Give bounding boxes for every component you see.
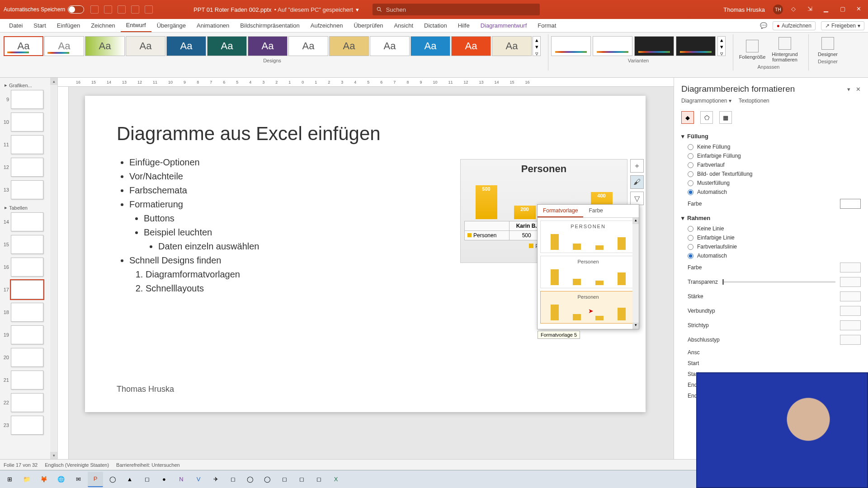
theme-thumb-1[interactable]: Aa [4, 36, 43, 56]
window-minimize-icon[interactable]: ▁ [824, 5, 832, 14]
slide-size-button[interactable]: Foliengröße [736, 34, 769, 62]
slide-thumb-18[interactable] [11, 303, 43, 322]
popup-scrollbar[interactable]: ▴ ▾ [632, 218, 639, 329]
tab-record[interactable]: Aufzeichnen [305, 19, 349, 32]
chart-styles-button[interactable]: 🖌 [630, 175, 644, 189]
variant-gallery-more[interactable]: ▴▾▿ [717, 36, 726, 56]
scroll-up-icon[interactable]: ▴ [632, 218, 639, 224]
language-indicator[interactable]: Englisch (Vereinigte Staaten) [45, 462, 109, 468]
powerpoint-icon[interactable]: P [88, 472, 103, 487]
slide-thumb-23[interactable] [11, 416, 43, 435]
pane-close-icon[interactable]: ✕ [856, 86, 861, 93]
slide-thumb-21[interactable] [11, 371, 43, 389]
theme-thumb-7[interactable]: Aa [248, 36, 288, 56]
fill-color-picker[interactable] [840, 199, 861, 209]
slide-thumb-19[interactable] [11, 325, 43, 344]
app-icon[interactable]: ◻ [277, 472, 292, 487]
format-background-button[interactable]: Hintergrund formatieren [769, 34, 801, 62]
user-avatar[interactable]: TH [773, 5, 783, 14]
pane-dropdown-icon[interactable]: ▾ [847, 86, 850, 93]
theme-thumb-2[interactable]: Aa [44, 36, 84, 56]
tab-slideshow[interactable]: Bildschirmpräsentation [235, 19, 305, 32]
accessibility-indicator[interactable]: Barrierefreiheit: Untersuchen [116, 462, 180, 468]
autosave-toggle[interactable] [68, 5, 84, 14]
firefox-icon[interactable]: 🦊 [36, 472, 52, 487]
window-maximize-icon[interactable]: ▢ [840, 5, 848, 14]
effects-icon[interactable]: ⬠ [700, 111, 713, 124]
transparency-slider[interactable] [722, 281, 835, 283]
tab-chartdesign[interactable]: Diagrammentwurf [475, 19, 533, 32]
line-color-picker[interactable] [840, 263, 861, 272]
vlc-icon[interactable]: ▲ [122, 472, 137, 487]
tab-draw[interactable]: Zeichnen [85, 19, 120, 32]
theme-thumb-6[interactable]: Aa [207, 36, 247, 56]
undo-icon[interactable] [104, 5, 112, 14]
app-icon[interactable]: ● [156, 472, 172, 487]
scroll-up-icon[interactable]: ▴ [50, 78, 57, 85]
slide-thumb-11[interactable] [11, 135, 43, 154]
width-input[interactable] [840, 291, 861, 301]
search-box[interactable]: Suchen [373, 4, 540, 15]
tab-review[interactable]: Überprüfen [348, 19, 388, 32]
slide-thumb-14[interactable] [11, 212, 43, 231]
app-icon[interactable]: ◯ [242, 472, 258, 487]
fill-section-header[interactable]: ▾ Füllung [681, 129, 861, 142]
theme-gallery[interactable]: Aa Aa Aa Aa Aa Aa Aa Aa Aa Aa Aa Aa Aa ▴… [4, 34, 541, 56]
line-solid-radio[interactable]: Einfarbige Linie [681, 233, 861, 242]
chrome-icon[interactable]: 🌐 [53, 472, 69, 487]
theme-gallery-more[interactable]: ▴▾▿ [533, 36, 541, 56]
tab-insert[interactable]: Einfügen [52, 19, 85, 32]
line-auto-radio[interactable]: Automatisch [681, 251, 861, 260]
onenote-icon[interactable]: N [174, 472, 189, 487]
variant-2[interactable] [593, 36, 632, 56]
window-close-icon[interactable]: ✕ [856, 5, 864, 14]
chart-elements-button[interactable]: ＋ [630, 159, 644, 173]
touchmode-icon[interactable] [145, 5, 153, 14]
popup-tab-color[interactable]: Farbe [583, 205, 608, 217]
comments-icon[interactable]: 💬 [760, 22, 767, 29]
app-icon[interactable]: ◯ [259, 472, 275, 487]
theme-thumb-4[interactable]: Aa [126, 36, 165, 56]
variant-4[interactable] [676, 36, 716, 56]
fill-pattern-radio[interactable]: Musterfüllung [681, 178, 861, 188]
app-icon[interactable]: ◻ [311, 472, 326, 487]
app-icon[interactable]: ◻ [294, 472, 309, 487]
present-icon[interactable] [131, 5, 139, 14]
tab-view[interactable]: Ansicht [388, 19, 419, 32]
fill-line-icon[interactable]: ◆ [681, 111, 694, 124]
theme-thumb-3[interactable]: Aa [85, 36, 125, 56]
theme-thumb-5[interactable]: Aa [166, 36, 206, 56]
app-icon[interactable]: ◻ [139, 472, 155, 487]
fill-none-radio[interactable]: Keine Füllung [681, 142, 861, 151]
tab-help[interactable]: Hilfe [453, 19, 475, 32]
fill-auto-radio[interactable]: Automatisch [681, 188, 861, 197]
slide-thumb-12[interactable] [11, 158, 43, 177]
scroll-down-icon[interactable]: ▾ [632, 323, 639, 329]
ribbon-mode-icon[interactable]: ⇲ [807, 5, 816, 14]
variant-1[interactable] [551, 36, 591, 56]
visio-icon[interactable]: V [191, 472, 206, 487]
theme-thumb-10[interactable]: Aa [370, 36, 410, 56]
record-button[interactable]: ●Aufzeichnen [773, 21, 816, 30]
transparency-input[interactable] [840, 277, 861, 287]
teams-icon[interactable]: ◇ [791, 5, 799, 14]
app-icon[interactable]: ◻ [225, 472, 241, 487]
redo-icon[interactable] [118, 5, 126, 14]
fill-picture-radio[interactable]: Bild- oder Texturfüllung [681, 169, 861, 178]
slide-thumb-9[interactable] [11, 90, 43, 109]
user-name[interactable]: Thomas Hruska [723, 6, 765, 13]
outlook-icon[interactable]: ✉ [71, 472, 86, 487]
scroll-down-icon[interactable]: ▾ [50, 452, 57, 459]
fill-solid-radio[interactable]: Einfarbige Füllung [681, 151, 861, 160]
pane-subtab-text[interactable]: Textoptionen [739, 98, 769, 106]
popup-tab-style[interactable]: Formatvorlage [538, 205, 583, 217]
share-button[interactable]: ↗Freigeben▾ [821, 21, 864, 30]
size-properties-icon[interactable]: ▦ [719, 111, 732, 124]
chevron-down-icon[interactable]: ▾ [356, 6, 359, 13]
tab-file[interactable]: Datei [4, 19, 28, 32]
designer-button[interactable]: Designer [811, 34, 844, 57]
tab-transitions[interactable]: Übergänge [151, 19, 191, 32]
tab-dictation[interactable]: Dictation [419, 19, 453, 32]
border-section-header[interactable]: ▾ Rahmen [681, 211, 861, 224]
variant-3[interactable] [634, 36, 674, 56]
